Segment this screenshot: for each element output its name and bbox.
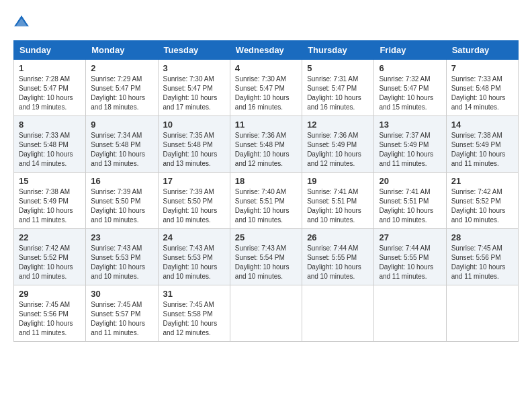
day-number: 20 bbox=[379, 176, 441, 186]
day-number: 15 bbox=[19, 176, 81, 186]
calendar-cell: 19Sunrise: 7:41 AMSunset: 5:51 PMDayligh… bbox=[302, 173, 374, 229]
day-number: 7 bbox=[451, 63, 513, 73]
calendar-cell: 2Sunrise: 7:29 AMSunset: 5:47 PMDaylight… bbox=[86, 60, 158, 116]
day-number: 13 bbox=[379, 120, 441, 130]
day-of-week-header: Thursday bbox=[302, 41, 374, 60]
day-number: 6 bbox=[379, 63, 441, 73]
day-info: Sunrise: 7:30 AMSunset: 5:47 PMDaylight:… bbox=[235, 75, 297, 112]
calendar-cell: 30Sunrise: 7:45 AMSunset: 5:57 PMDayligh… bbox=[86, 285, 158, 342]
day-info: Sunrise: 7:44 AMSunset: 5:55 PMDaylight:… bbox=[307, 244, 369, 281]
day-info: Sunrise: 7:37 AMSunset: 5:49 PMDaylight:… bbox=[379, 131, 441, 169]
day-info: Sunrise: 7:45 AMSunset: 5:57 PMDaylight:… bbox=[91, 300, 152, 338]
calendar-cell: 21Sunrise: 7:42 AMSunset: 5:52 PMDayligh… bbox=[446, 173, 518, 229]
day-number: 23 bbox=[91, 232, 152, 242]
calendar-header-row: SundayMondayTuesdayWednesdayThursdayFrid… bbox=[14, 41, 519, 60]
day-number: 30 bbox=[91, 289, 152, 299]
day-info: Sunrise: 7:39 AMSunset: 5:50 PMDaylight:… bbox=[163, 187, 225, 225]
day-info: Sunrise: 7:36 AMSunset: 5:49 PMDaylight:… bbox=[307, 131, 369, 169]
calendar-cell bbox=[446, 285, 518, 342]
calendar-cell: 15Sunrise: 7:38 AMSunset: 5:49 PMDayligh… bbox=[14, 173, 86, 229]
day-info: Sunrise: 7:42 AMSunset: 5:52 PMDaylight:… bbox=[19, 244, 81, 281]
calendar-cell: 29Sunrise: 7:45 AMSunset: 5:56 PMDayligh… bbox=[14, 285, 86, 342]
day-number: 2 bbox=[91, 63, 152, 73]
calendar-cell: 16Sunrise: 7:39 AMSunset: 5:50 PMDayligh… bbox=[86, 173, 158, 229]
day-number: 31 bbox=[163, 289, 225, 299]
day-of-week-header: Saturday bbox=[446, 41, 518, 60]
calendar-cell: 14Sunrise: 7:38 AMSunset: 5:49 PMDayligh… bbox=[446, 116, 518, 173]
calendar-week-row: 1Sunrise: 7:28 AMSunset: 5:47 PMDaylight… bbox=[14, 60, 519, 116]
day-number: 21 bbox=[451, 176, 513, 186]
calendar-cell: 8Sunrise: 7:33 AMSunset: 5:48 PMDaylight… bbox=[14, 116, 86, 173]
day-info: Sunrise: 7:38 AMSunset: 5:49 PMDaylight:… bbox=[19, 187, 81, 225]
calendar-cell: 4Sunrise: 7:30 AMSunset: 5:47 PMDaylight… bbox=[230, 60, 302, 116]
day-number: 1 bbox=[19, 63, 81, 73]
day-number: 9 bbox=[91, 120, 152, 130]
calendar-cell bbox=[302, 285, 374, 342]
calendar-cell: 12Sunrise: 7:36 AMSunset: 5:49 PMDayligh… bbox=[302, 116, 374, 173]
logo bbox=[13, 13, 32, 30]
calendar-cell: 20Sunrise: 7:41 AMSunset: 5:51 PMDayligh… bbox=[374, 173, 446, 229]
day-number: 16 bbox=[91, 176, 152, 186]
day-number: 18 bbox=[235, 176, 297, 186]
day-info: Sunrise: 7:41 AMSunset: 5:51 PMDaylight:… bbox=[379, 187, 441, 225]
calendar-cell: 5Sunrise: 7:31 AMSunset: 5:47 PMDaylight… bbox=[302, 60, 374, 116]
calendar-cell: 7Sunrise: 7:33 AMSunset: 5:48 PMDaylight… bbox=[446, 60, 518, 116]
day-info: Sunrise: 7:33 AMSunset: 5:48 PMDaylight:… bbox=[19, 131, 81, 169]
calendar-cell: 27Sunrise: 7:44 AMSunset: 5:55 PMDayligh… bbox=[374, 229, 446, 285]
calendar-cell: 10Sunrise: 7:35 AMSunset: 5:48 PMDayligh… bbox=[158, 116, 230, 173]
calendar-week-row: 29Sunrise: 7:45 AMSunset: 5:56 PMDayligh… bbox=[14, 285, 519, 342]
calendar-cell: 6Sunrise: 7:32 AMSunset: 5:47 PMDaylight… bbox=[374, 60, 446, 116]
day-info: Sunrise: 7:41 AMSunset: 5:51 PMDaylight:… bbox=[307, 187, 369, 225]
day-number: 25 bbox=[235, 232, 297, 242]
day-info: Sunrise: 7:43 AMSunset: 5:54 PMDaylight:… bbox=[235, 244, 297, 281]
day-info: Sunrise: 7:29 AMSunset: 5:47 PMDaylight:… bbox=[91, 75, 152, 112]
calendar-cell: 1Sunrise: 7:28 AMSunset: 5:47 PMDaylight… bbox=[14, 60, 86, 116]
calendar-week-row: 15Sunrise: 7:38 AMSunset: 5:49 PMDayligh… bbox=[14, 173, 519, 229]
day-number: 24 bbox=[163, 232, 225, 242]
day-info: Sunrise: 7:31 AMSunset: 5:47 PMDaylight:… bbox=[307, 75, 369, 112]
day-info: Sunrise: 7:28 AMSunset: 5:47 PMDaylight:… bbox=[19, 75, 81, 112]
day-number: 4 bbox=[235, 63, 297, 73]
day-number: 26 bbox=[307, 232, 369, 242]
day-info: Sunrise: 7:44 AMSunset: 5:55 PMDaylight:… bbox=[379, 244, 441, 281]
calendar-cell: 9Sunrise: 7:34 AMSunset: 5:48 PMDaylight… bbox=[86, 116, 158, 173]
day-of-week-header: Monday bbox=[86, 41, 158, 60]
calendar-cell: 28Sunrise: 7:45 AMSunset: 5:56 PMDayligh… bbox=[446, 229, 518, 285]
calendar-cell: 11Sunrise: 7:36 AMSunset: 5:48 PMDayligh… bbox=[230, 116, 302, 173]
day-of-week-header: Friday bbox=[374, 41, 446, 60]
day-info: Sunrise: 7:33 AMSunset: 5:48 PMDaylight:… bbox=[451, 75, 513, 112]
day-number: 12 bbox=[307, 120, 369, 130]
day-info: Sunrise: 7:43 AMSunset: 5:53 PMDaylight:… bbox=[163, 244, 225, 281]
logo-icon bbox=[13, 13, 30, 30]
day-number: 29 bbox=[19, 289, 81, 299]
day-info: Sunrise: 7:40 AMSunset: 5:51 PMDaylight:… bbox=[235, 187, 297, 225]
day-info: Sunrise: 7:32 AMSunset: 5:47 PMDaylight:… bbox=[379, 75, 441, 112]
day-number: 27 bbox=[379, 232, 441, 242]
calendar-cell bbox=[230, 285, 302, 342]
calendar-cell: 31Sunrise: 7:45 AMSunset: 5:58 PMDayligh… bbox=[158, 285, 230, 342]
day-number: 19 bbox=[307, 176, 369, 186]
day-info: Sunrise: 7:42 AMSunset: 5:52 PMDaylight:… bbox=[451, 187, 513, 225]
calendar-cell: 22Sunrise: 7:42 AMSunset: 5:52 PMDayligh… bbox=[14, 229, 86, 285]
day-info: Sunrise: 7:38 AMSunset: 5:49 PMDaylight:… bbox=[451, 131, 513, 169]
day-info: Sunrise: 7:30 AMSunset: 5:47 PMDaylight:… bbox=[163, 75, 225, 112]
calendar-cell: 26Sunrise: 7:44 AMSunset: 5:55 PMDayligh… bbox=[302, 229, 374, 285]
day-info: Sunrise: 7:45 AMSunset: 5:56 PMDaylight:… bbox=[451, 244, 513, 281]
day-number: 17 bbox=[163, 176, 225, 186]
calendar-week-row: 8Sunrise: 7:33 AMSunset: 5:48 PMDaylight… bbox=[14, 116, 519, 173]
calendar-week-row: 22Sunrise: 7:42 AMSunset: 5:52 PMDayligh… bbox=[14, 229, 519, 285]
day-number: 8 bbox=[19, 120, 81, 130]
calendar-cell: 3Sunrise: 7:30 AMSunset: 5:47 PMDaylight… bbox=[158, 60, 230, 116]
day-number: 5 bbox=[307, 63, 369, 73]
day-of-week-header: Sunday bbox=[14, 41, 86, 60]
day-number: 10 bbox=[163, 120, 225, 130]
day-info: Sunrise: 7:45 AMSunset: 5:56 PMDaylight:… bbox=[19, 300, 81, 338]
day-of-week-header: Wednesday bbox=[230, 41, 302, 60]
day-number: 3 bbox=[163, 63, 225, 73]
day-of-week-header: Tuesday bbox=[158, 41, 230, 60]
day-info: Sunrise: 7:34 AMSunset: 5:48 PMDaylight:… bbox=[91, 131, 152, 169]
calendar-cell: 23Sunrise: 7:43 AMSunset: 5:53 PMDayligh… bbox=[86, 229, 158, 285]
day-info: Sunrise: 7:36 AMSunset: 5:48 PMDaylight:… bbox=[235, 131, 297, 169]
calendar-cell bbox=[374, 285, 446, 342]
day-info: Sunrise: 7:39 AMSunset: 5:50 PMDaylight:… bbox=[91, 187, 152, 225]
